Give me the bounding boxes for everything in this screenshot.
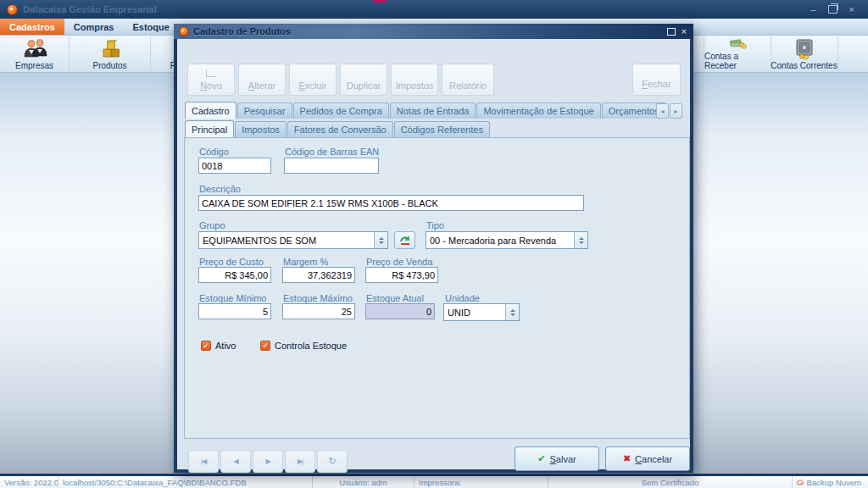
status-backup[interactable]: Backup Nuvem [793, 476, 868, 488]
nav-refresh-button[interactable]: ↻ [317, 450, 348, 473]
dialog-body: Novo Alterar Excluir Duplicar Impostos R… [177, 39, 690, 469]
toolbar-contas-receber-button[interactable]: Contas a Receber [704, 36, 771, 72]
statusbar: Versão: 2022.02.10 localhost/3050:C:\Dat… [0, 476, 868, 488]
ean-input[interactable] [284, 158, 379, 174]
dialog-titlebar[interactable]: Cadastro de Produtos × [174, 24, 693, 39]
relatorio-button-label: Relatório [449, 80, 487, 91]
status-certificate: Sem Certificado [548, 476, 793, 488]
unidade-spinner-icon[interactable] [505, 304, 519, 320]
toolbar-empresas-button[interactable]: Empresas [0, 36, 70, 72]
controla-estoque-checkbox-label: Controla Estoque [275, 341, 347, 351]
estoque-maximo-input[interactable] [282, 303, 355, 319]
grupo-label: Grupo [199, 220, 225, 230]
unidade-label: Unidade [445, 293, 480, 303]
application-window: Datacaixa Gestão Empresarial – × Cadastr… [0, 0, 868, 488]
grupo-combo[interactable]: EQUIPAMENTOS DE SOM [198, 231, 388, 249]
app-titlebar: Datacaixa Gestão Empresarial – × [0, 0, 868, 19]
toolbar-button-label: Empresas [15, 61, 53, 70]
toolbar-contas-correntes-button[interactable]: Contas Correntes [771, 36, 838, 72]
cloud-backup-icon [797, 478, 804, 487]
tab-pesquisar[interactable]: Pesquisar [237, 103, 292, 119]
tab-notas-de-entrada[interactable]: Notas de Entrada [390, 103, 476, 119]
tipo-value: 00 - Mercadoria para Revenda [426, 236, 574, 246]
tab-cadastro[interactable]: Cadastro [185, 102, 236, 119]
dialog-logo-icon [179, 26, 189, 36]
tipo-combo[interactable]: 00 - Mercadoria para Revenda [426, 231, 588, 249]
excluir-button-label: Excluir [298, 80, 326, 91]
close-icon[interactable]: × [849, 5, 854, 14]
fechar-button[interactable]: Fechar [632, 64, 681, 96]
estoque-minimo-label: Estoque Mínimo [199, 293, 266, 303]
tipo-spinner-icon[interactable] [574, 232, 587, 248]
grupo-spinner-icon[interactable] [374, 232, 387, 248]
people-icon [22, 38, 47, 60]
app-logo-icon [7, 4, 18, 15]
descricao-input[interactable] [198, 195, 584, 211]
estoque-atual-input [365, 303, 435, 319]
dialog-close-icon[interactable]: × [682, 27, 687, 36]
tipo-label: Tipo [426, 220, 444, 230]
main-tabs: Cadastro Pesquisar Pedidos de Compra Not… [185, 102, 666, 119]
sub-tabs: Principal Impostos Fatores de Conversão … [185, 120, 685, 137]
codigo-input[interactable] [198, 158, 271, 174]
preco-venda-input[interactable] [365, 267, 438, 283]
restore-icon[interactable] [828, 5, 837, 14]
subtab-codigos-referentes[interactable]: Códigos Referentes [394, 121, 490, 137]
refresh-groups-button[interactable] [394, 231, 415, 249]
tab-movimentacao-de-estoque[interactable]: Movimentação de Estoque [476, 103, 600, 119]
unidade-combo[interactable]: UNID [443, 303, 520, 321]
tab-scroll-left-icon[interactable]: ◂ [656, 103, 669, 119]
duplicar-button[interactable]: Duplicar [340, 64, 387, 96]
nav-first-button[interactable]: |◀ [188, 450, 219, 473]
estoque-atual-label: Estoque Atual [366, 293, 424, 303]
preco-venda-label: Preço de Venda [366, 257, 432, 267]
menu-estoque[interactable]: Estoque [123, 19, 178, 35]
preco-custo-label: Preço de Custo [199, 257, 264, 267]
toolbar-produtos-button[interactable]: Produtos [70, 36, 151, 72]
descricao-label: Descrição [199, 184, 241, 194]
tab-pedidos-de-compra[interactable]: Pedidos de Compra [293, 103, 389, 119]
boxes-icon [97, 38, 123, 60]
toolbar-button-label: Contas Correntes [771, 61, 837, 70]
subtab-principal[interactable]: Principal [185, 120, 234, 137]
novo-button[interactable]: Novo [187, 64, 235, 96]
ean-label: Código de Barras EAN [285, 147, 379, 157]
nav-next-button[interactable]: ▶ [253, 450, 283, 473]
minimize-icon[interactable]: – [810, 5, 815, 14]
margem-input[interactable] [282, 267, 355, 283]
checkbox-check-icon: ✓ [201, 341, 211, 351]
salvar-button[interactable]: ✔ Salvar [515, 446, 599, 471]
novo-button-label: Novo [200, 80, 222, 91]
tab-scroll-controls: ◂ ▸ [656, 103, 682, 119]
nav-prev-button[interactable]: ◀ [220, 450, 251, 473]
impostos-button[interactable]: Impostos [391, 64, 438, 96]
alterar-button-label: Alterar [248, 80, 275, 91]
menu-cadastros[interactable]: Cadastros [0, 19, 64, 35]
fechar-button-label: Fechar [642, 79, 670, 89]
subtab-fatores-de-conversao[interactable]: Fatores de Conversão [287, 121, 393, 137]
money-icon [724, 36, 751, 51]
ativo-checkbox[interactable]: ✓ Ativo [201, 341, 236, 351]
alterar-button[interactable]: Alterar [238, 64, 286, 96]
tab-scroll-right-icon[interactable]: ▸ [670, 103, 682, 119]
window-controls: – × [810, 5, 868, 14]
toolbar-button-label: Contas a Receber [704, 52, 771, 70]
dialog-title: Cadastro de Produtos [193, 26, 291, 36]
dialog-window-controls: × [667, 27, 693, 36]
grupo-value: EQUIPAMENTOS DE SOM [199, 236, 374, 246]
controla-estoque-checkbox[interactable]: ✓ Controla Estoque [260, 341, 347, 351]
estoque-minimo-input[interactable] [198, 303, 271, 319]
nav-last-button[interactable]: ▶| [285, 450, 315, 473]
safe-icon [793, 38, 816, 60]
status-version: Versão: 2022.02.10 [0, 476, 58, 488]
margem-label: Margem % [283, 257, 328, 267]
preco-custo-input[interactable] [198, 267, 271, 283]
excluir-button[interactable]: Excluir [289, 64, 337, 96]
cadastro-produtos-dialog: Cadastro de Produtos × Novo Alterar Excl… [174, 24, 693, 473]
maximize-icon[interactable] [667, 28, 676, 36]
cancelar-button[interactable]: ✖ Cancelar [605, 446, 690, 471]
cancelar-button-label: Cancelar [635, 454, 672, 464]
relatorio-button[interactable]: Relatório [442, 64, 494, 96]
menu-compras[interactable]: Compras [64, 19, 124, 35]
subtab-impostos[interactable]: Impostos [235, 121, 287, 137]
